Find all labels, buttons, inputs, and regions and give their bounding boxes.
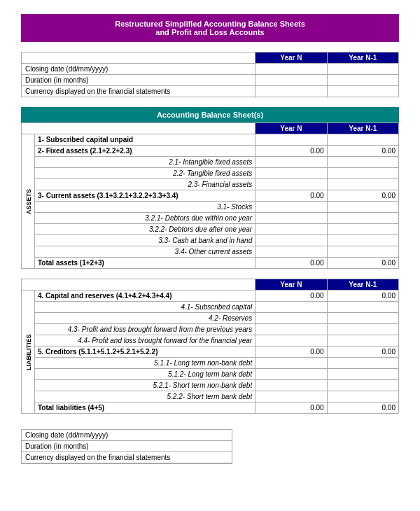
bottom-info-label: Closing date (dd/mm/yyyy) — [22, 430, 232, 441]
bottom-info-label: Duration (in months) — [22, 441, 232, 452]
assets-row-label: 3.2.2- Debtors due after one year — [35, 224, 255, 235]
assets-row: 2.2- Tangible fixed assets — [22, 168, 399, 179]
liabilities-row-year-n1 — [327, 324, 398, 335]
assets-row-label: 3.3- Cash at bank and in hand — [35, 235, 255, 246]
bottom-info-box: Closing date (dd/mm/yyyy) Duration (in m… — [21, 429, 232, 464]
assets-row-year-n1 — [327, 224, 398, 235]
assets-row-label: 3.4- Other current assets — [35, 246, 255, 258]
assets-row-year-n1 — [327, 134, 398, 146]
assets-row: Total assets (1+2+3) 0.00 0.00 — [22, 258, 399, 269]
liabilities-row-year-n1 — [327, 369, 398, 380]
liabilities-row-label: 5.2.2- Short term bank debt — [35, 391, 255, 402]
liabilities-row-year-n1 — [327, 313, 398, 324]
bottom-info-row: Closing date (dd/mm/yyyy) — [22, 430, 232, 441]
liabilities-row-year-n — [255, 391, 327, 402]
liabilities-section-label: LIABILITIES — [22, 290, 35, 414]
assets-row-year-n — [255, 157, 327, 168]
liabilities-row-year-n: 0.00 — [255, 402, 327, 414]
assets-header-year-n1: Year N-1 — [327, 123, 398, 134]
assets-section-label: ASSETS — [22, 134, 35, 269]
liabilities-row-label: 4.4- Profit and loss brought forward for… — [35, 335, 255, 346]
assets-row-year-n: 0.00 — [255, 146, 327, 157]
liabilities-row-year-n: 0.00 — [255, 290, 327, 302]
liabilities-row: 5.2.1- Short term non-bank debt — [22, 380, 399, 391]
balance-sheet-title: Accounting Balance Sheet(s) — [21, 107, 399, 122]
liabilities-row: 5. Creditors (5.1.1+5.1.2+5.2.1+5.2.2) 0… — [22, 346, 399, 358]
liabilities-row: LIABILITIES 4. Capital and reserves (4.1… — [22, 290, 399, 302]
liabilities-row-label: 4.1- Subscribed capital — [35, 302, 255, 313]
top-info-label: Currency displayed on the financial stat… — [22, 86, 255, 97]
liabilities-row-label: 5.1.2- Long term bank debt — [35, 369, 255, 380]
liabilities-row-label: 5. Creditors (5.1.1+5.1.2+5.2.1+5.2.2) — [35, 346, 255, 358]
liabilities-row-year-n — [255, 380, 327, 391]
bottom-info-row: Currency displayed on the financial stat… — [22, 452, 232, 463]
liabilities-row-year-n — [255, 313, 327, 324]
assets-row-year-n1 — [327, 235, 398, 246]
top-info-year-n1 — [327, 86, 398, 97]
assets-row-label: 2.2- Tangible fixed assets — [35, 168, 255, 179]
liabilities-row-label: 5.1.1- Long term non-bank debt — [35, 358, 255, 369]
assets-row: ASSETS 1- Subscribed capital unpaid — [22, 134, 399, 146]
liabilities-row-year-n1 — [327, 358, 398, 369]
assets-row-year-n1 — [327, 246, 398, 258]
assets-row-label: 2.1- Intangible fixed assets — [35, 157, 255, 168]
liabilities-table: Year N Year N-1 LIABILITIES 4. Capital a… — [21, 279, 399, 414]
assets-row-year-n — [255, 134, 327, 146]
assets-row: 3.1- Stocks — [22, 202, 399, 213]
liabilities-header-year-n1: Year N-1 — [327, 279, 398, 290]
liabilities-row: 5.2.2- Short term bank debt — [22, 391, 399, 402]
main-title: Restructured Simplified Accounting Balan… — [21, 14, 399, 42]
liabilities-row-label: 4.3- Profit and loss brought forward fro… — [35, 324, 255, 335]
assets-row-label: 3- Current assets (3.1+3.2.1+3.2.2+3.3+3… — [35, 190, 255, 202]
top-header-year-n: Year N — [255, 52, 327, 64]
liabilities-row-label: 4.2- Reserves — [35, 313, 255, 324]
assets-row: 2.1- Intangible fixed assets — [22, 157, 399, 168]
top-info-label: Closing date (dd/mm/yyyy) — [22, 64, 255, 75]
assets-row-year-n — [255, 168, 327, 179]
top-info-year-n1 — [327, 64, 398, 75]
liabilities-row-label: 4. Capital and reserves (4.1+4.2+4.3+4.4… — [35, 290, 255, 302]
liabilities-row-label: Total liabilities (4+5) — [35, 402, 255, 414]
top-info-label: Duration (in months) — [22, 75, 255, 86]
liabilities-row: 4.4- Profit and loss brought forward for… — [22, 335, 399, 346]
top-info-row: Duration (in months) — [22, 75, 399, 86]
liabilities-row: 4.3- Profit and loss brought forward fro… — [22, 324, 399, 335]
assets-row: 2.3- Financial assets — [22, 179, 399, 190]
assets-row: 3.3- Cash at bank and in hand — [22, 235, 399, 246]
liabilities-row-year-n — [255, 369, 327, 380]
top-info-row: Closing date (dd/mm/yyyy) — [22, 64, 399, 75]
assets-row-year-n1 — [327, 179, 398, 190]
assets-header-year-n: Year N — [255, 123, 327, 134]
assets-row-label: 3.1- Stocks — [35, 202, 255, 213]
assets-row-year-n1: 0.00 — [327, 146, 398, 157]
assets-row-year-n — [255, 235, 327, 246]
liabilities-row: Total liabilities (4+5) 0.00 0.00 — [22, 402, 399, 414]
liabilities-row-year-n — [255, 358, 327, 369]
assets-row-year-n — [255, 224, 327, 235]
liabilities-row-year-n1 — [327, 391, 398, 402]
liabilities-row: 5.1.1- Long term non-bank debt — [22, 358, 399, 369]
top-info-row: Currency displayed on the financial stat… — [22, 86, 399, 97]
assets-row-label: 1- Subscribed capital unpaid — [35, 134, 255, 146]
liabilities-row-year-n1: 0.00 — [327, 346, 398, 358]
assets-row: 3.4- Other current assets — [22, 246, 399, 258]
liabilities-header-year-n: Year N — [255, 279, 327, 290]
top-info-year-n — [255, 64, 327, 75]
liabilities-row-year-n1 — [327, 335, 398, 346]
top-info-table: Year N Year N-1 Closing date (dd/mm/yyyy… — [21, 52, 399, 97]
liabilities-row: 4.2- Reserves — [22, 313, 399, 324]
liabilities-row-year-n1: 0.00 — [327, 290, 398, 302]
liabilities-row-year-n1 — [327, 380, 398, 391]
assets-row-year-n1 — [327, 202, 398, 213]
liabilities-row-year-n1: 0.00 — [327, 402, 398, 414]
liabilities-row-year-n — [255, 302, 327, 313]
assets-row-label: 3.2.1- Debtors due within one year — [35, 213, 255, 224]
liabilities-row: 5.1.2- Long term bank debt — [22, 369, 399, 380]
assets-row-label: Total assets (1+2+3) — [35, 258, 255, 269]
assets-row-year-n1: 0.00 — [327, 258, 398, 269]
assets-row-year-n: 0.00 — [255, 258, 327, 269]
assets-row-year-n1: 0.00 — [327, 190, 398, 202]
bottom-info-row: Duration (in months) — [22, 441, 232, 452]
assets-row-label: 2- Fixed assets (2.1+2.2+2.3) — [35, 146, 255, 157]
assets-row-year-n1 — [327, 157, 398, 168]
